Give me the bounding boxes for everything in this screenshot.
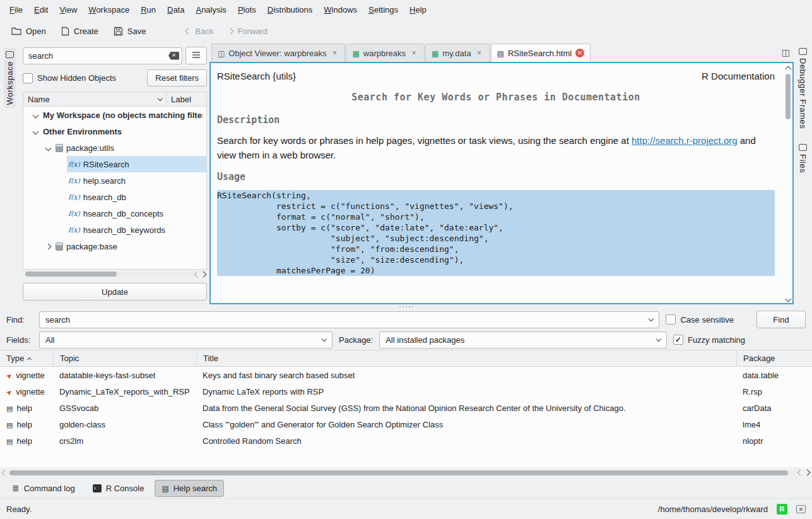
tree-item-label: Other Environments — [43, 127, 122, 136]
tree-item[interactable]: f(x) help.search — [23, 172, 206, 189]
menu-item[interactable]: Distributions — [262, 2, 319, 18]
scroll-right-icon[interactable] — [804, 470, 811, 476]
interrupt-indicator-icon[interactable] — [796, 505, 806, 513]
expander-icon[interactable] — [33, 128, 39, 134]
forward-button[interactable]: Forward — [222, 23, 274, 40]
sidebar-tab-workspace[interactable]: Workspace — [4, 48, 16, 108]
expander-icon[interactable] — [33, 112, 39, 118]
results-horizontal-scrollbar[interactable] — [0, 467, 812, 478]
tree-item[interactable]: f(x) hsearch_db_concepts — [23, 205, 206, 222]
save-button[interactable]: Save — [107, 23, 153, 40]
menu-item[interactable]: Help — [404, 2, 432, 18]
help-doc-type-label: R Documentation — [702, 71, 775, 81]
tree-item[interactable]: f(x) Other Environments — [23, 123, 206, 140]
horizontal-splitter[interactable] — [0, 304, 812, 309]
document-vertical-scrollbar[interactable] — [784, 63, 792, 303]
result-title: Class '"golden"' and Generator for Golde… — [196, 420, 736, 429]
tab-icon — [432, 49, 438, 58]
result-topic: crs2lm — [53, 436, 196, 446]
table-row[interactable]: help golden-class Class '"golden"' and G… — [0, 416, 812, 432]
search-input[interactable] — [23, 47, 182, 64]
tool-view-bar: Command log R Console Help search — [0, 478, 812, 498]
tool-view-button[interactable]: Help search — [155, 480, 224, 497]
menu-item[interactable]: Data — [162, 2, 190, 18]
column-header-topic[interactable]: Topic — [53, 350, 196, 366]
tab-close-icon[interactable] — [409, 49, 418, 57]
scroll-right-icon[interactable] — [201, 271, 207, 277]
search-engine-link[interactable]: http://search.r-project.org — [632, 135, 738, 146]
tree-item[interactable]: f(x) hsearch_db — [23, 189, 206, 205]
back-button[interactable]: Back — [180, 23, 220, 40]
table-row[interactable]: vignette Dynamic_LaTeX_reports_with_RSP … — [0, 383, 812, 400]
menu-item[interactable]: Windows — [318, 2, 363, 18]
table-row[interactable]: vignette datatable-keys-fast-subset Keys… — [0, 367, 812, 383]
scrollbar-thumb[interactable] — [786, 74, 791, 119]
column-header-title[interactable]: Title — [196, 350, 736, 366]
status-message: Ready. — [6, 504, 32, 514]
menu-item[interactable]: View — [54, 2, 83, 18]
expander-icon[interactable] — [45, 145, 52, 151]
code-line: "size", "size:descending"), — [217, 254, 775, 265]
scrollbar-thumb[interactable] — [25, 271, 117, 277]
tree-item[interactable]: f(x) package:utils — [23, 140, 206, 156]
update-button[interactable]: Update — [23, 283, 207, 301]
tool-view-button[interactable]: Command log — [5, 480, 82, 497]
scrollbar-thumb[interactable] — [9, 470, 788, 475]
menu-item[interactable]: File — [4, 2, 28, 18]
menu-item[interactable]: Workspace — [83, 2, 135, 18]
tree-horizontal-scrollbar[interactable] — [23, 270, 207, 278]
sort-descending-icon — [158, 95, 163, 100]
scroll-up-icon[interactable] — [785, 66, 791, 73]
usage-heading: Usage — [217, 171, 775, 182]
tab-close-icon[interactable] — [475, 49, 484, 57]
case-sensitive-checkbox[interactable] — [666, 314, 676, 325]
find-combobox[interactable]: search — [39, 311, 659, 328]
tree-item[interactable]: f(x) package:base — [23, 238, 206, 254]
tree-item[interactable]: f(x) My Workspace (no objects matching f… — [23, 107, 206, 123]
menu-item[interactable]: Run — [135, 2, 162, 18]
document-tab[interactable]: my.data — [425, 44, 490, 62]
scroll-left-icon[interactable] — [2, 470, 8, 476]
tab-close-icon[interactable] — [575, 49, 584, 57]
fields-combobox[interactable]: All — [39, 331, 332, 349]
scroll-down-icon[interactable] — [785, 296, 791, 302]
document-tab[interactable]: RSiteSearch.html — [491, 44, 591, 62]
scroll-left-icon[interactable] — [194, 271, 201, 277]
tab-close-icon[interactable] — [330, 49, 339, 57]
find-button[interactable]: Find — [756, 311, 806, 328]
column-header-type[interactable]: Type — [0, 350, 53, 366]
table-row[interactable]: help crs2lm Controlled Random Search nlo… — [0, 432, 812, 449]
reset-filters-button[interactable]: Reset filters — [147, 69, 207, 86]
view-options-button[interactable] — [185, 47, 207, 64]
workspace-tab-label: Workspace — [5, 61, 15, 105]
menu-item[interactable]: Settings — [363, 2, 404, 18]
tool-view-button[interactable]: R Console — [86, 480, 151, 497]
open-button[interactable]: Open — [5, 23, 52, 40]
tree-item[interactable]: f(x) hsearch_db_keywords — [23, 222, 206, 238]
menu-bar: File Edit View Workspace Run Data Analys… — [0, 0, 812, 19]
column-header-name[interactable]: Name — [23, 95, 166, 104]
sidebar-tab-right[interactable]: Files — [797, 141, 809, 176]
package-combobox[interactable]: All installed packages — [379, 331, 667, 349]
menu-item[interactable]: Analysis — [190, 2, 232, 18]
chevron-down-icon — [656, 336, 661, 341]
show-hidden-label: Show Hidden Objects — [37, 73, 116, 83]
menu-item[interactable]: Edit — [28, 2, 54, 18]
column-header-label[interactable]: Label — [166, 92, 206, 106]
table-row[interactable]: help GSSvocab Data from the General Soci… — [0, 400, 812, 416]
sidebar-tab-right[interactable]: Debugger Frames — [797, 45, 809, 131]
function-icon: f(x) — [68, 177, 80, 185]
split-view-icon[interactable]: ◫ — [782, 47, 790, 57]
menu-item[interactable]: Plots — [232, 2, 262, 18]
create-button[interactable]: Create — [55, 23, 105, 40]
expander-icon[interactable] — [45, 243, 52, 249]
tree-item[interactable]: f(x) RSiteSearch — [23, 156, 206, 172]
document-tab[interactable]: Object Viewer: warpbreaks — [211, 44, 345, 62]
document-tab[interactable]: warpbreaks — [346, 44, 425, 62]
show-hidden-checkbox[interactable] — [23, 73, 33, 83]
fuzzy-matching-checkbox[interactable] — [673, 335, 683, 345]
r-engine-status-badge[interactable]: R — [777, 504, 787, 515]
column-header-package[interactable]: Package — [736, 350, 812, 366]
scroll-left-icon[interactable] — [797, 470, 804, 476]
folder-open-icon — [11, 27, 21, 35]
